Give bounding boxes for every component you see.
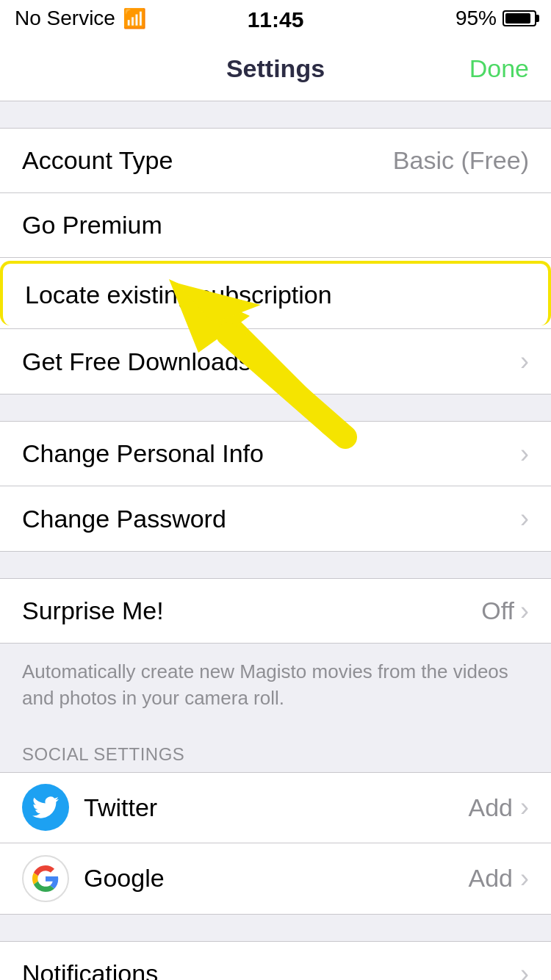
- status-left: No Service 📶: [15, 7, 146, 30]
- status-bar: No Service 📶 11:45 95%: [0, 0, 551, 37]
- go-premium-row[interactable]: Go Premium: [0, 193, 551, 258]
- get-free-downloads-right: ›: [520, 346, 529, 377]
- change-personal-info-row[interactable]: Change Personal Info ›: [0, 422, 551, 486]
- notifications-section: Notifications ›: [0, 941, 551, 980]
- google-row[interactable]: Google Add ›: [0, 843, 551, 914]
- surprise-me-value: Off: [481, 597, 514, 625]
- google-left: Google: [22, 855, 165, 902]
- twitter-name: Twitter: [84, 793, 157, 822]
- change-password-label: Change Password: [22, 505, 226, 533]
- go-premium-label: Go Premium: [22, 211, 162, 239]
- notifications-right: ›: [520, 959, 529, 980]
- account-type-label: Account Type: [22, 146, 173, 175]
- status-right: 95%: [455, 7, 536, 30]
- mid-spacer2: [0, 552, 551, 578]
- surprise-section: Surprise Me! Off › Automatically create …: [0, 578, 551, 729]
- personal-section: Change Personal Info › Change Password ›: [0, 421, 551, 552]
- locate-subscription-label: Locate existing subscription: [25, 281, 332, 309]
- google-add: Add: [469, 864, 514, 893]
- surprise-description: Automatically create new Magisto movies …: [0, 644, 551, 729]
- notifications-label: Notifications: [22, 959, 158, 980]
- twitter-left: Twitter: [22, 784, 157, 831]
- social-settings-header: SOCIAL SETTINGS: [0, 729, 551, 772]
- twitter-icon: [22, 784, 69, 831]
- battery-icon: [503, 10, 536, 26]
- nav-bar: Settings Done: [0, 37, 551, 101]
- nav-title: Settings: [226, 54, 325, 83]
- google-icon: [22, 855, 69, 902]
- change-personal-info-label: Change Personal Info: [22, 439, 264, 468]
- surprise-me-right: Off ›: [481, 596, 529, 627]
- chevron-icon-google: ›: [520, 863, 529, 894]
- get-free-downloads-row[interactable]: Get Free Downloads ›: [0, 329, 551, 394]
- done-button[interactable]: Done: [469, 54, 529, 83]
- chevron-icon-personal: ›: [520, 439, 529, 469]
- status-time: 11:45: [248, 7, 304, 32]
- wifi-icon: 📶: [123, 7, 146, 30]
- account-section: Account Type Basic (Free) Go Premium Loc…: [0, 128, 551, 329]
- downloads-section: Get Free Downloads ›: [0, 329, 551, 394]
- change-password-row[interactable]: Change Password ›: [0, 486, 551, 551]
- locate-subscription-row[interactable]: Locate existing subscription: [0, 261, 551, 325]
- chevron-icon-surprise: ›: [520, 596, 529, 627]
- notifications-row[interactable]: Notifications ›: [0, 942, 551, 980]
- surprise-me-label: Surprise Me!: [22, 597, 164, 625]
- change-password-right: ›: [520, 503, 529, 534]
- account-type-row: Account Type Basic (Free): [0, 129, 551, 193]
- chevron-icon-password: ›: [520, 503, 529, 534]
- social-section: Twitter Add › Google Add ›: [0, 772, 551, 915]
- twitter-right: Add ›: [469, 792, 530, 823]
- surprise-me-row[interactable]: Surprise Me! Off ›: [0, 579, 551, 644]
- chevron-icon: ›: [520, 346, 529, 377]
- google-name: Google: [84, 864, 165, 893]
- account-type-value: Basic (Free): [393, 146, 529, 175]
- chevron-icon-twitter: ›: [520, 792, 529, 823]
- google-right: Add ›: [469, 863, 530, 894]
- chevron-icon-notifications: ›: [520, 959, 529, 980]
- twitter-row[interactable]: Twitter Add ›: [0, 773, 551, 843]
- twitter-add: Add: [469, 793, 514, 822]
- mid-spacer1: [0, 394, 551, 421]
- bottom-spacer: [0, 915, 551, 941]
- top-spacer: [0, 101, 551, 128]
- battery-percent: 95%: [455, 7, 497, 30]
- get-free-downloads-label: Get Free Downloads: [22, 347, 251, 376]
- change-personal-info-right: ›: [520, 439, 529, 469]
- no-service-text: No Service: [15, 7, 115, 30]
